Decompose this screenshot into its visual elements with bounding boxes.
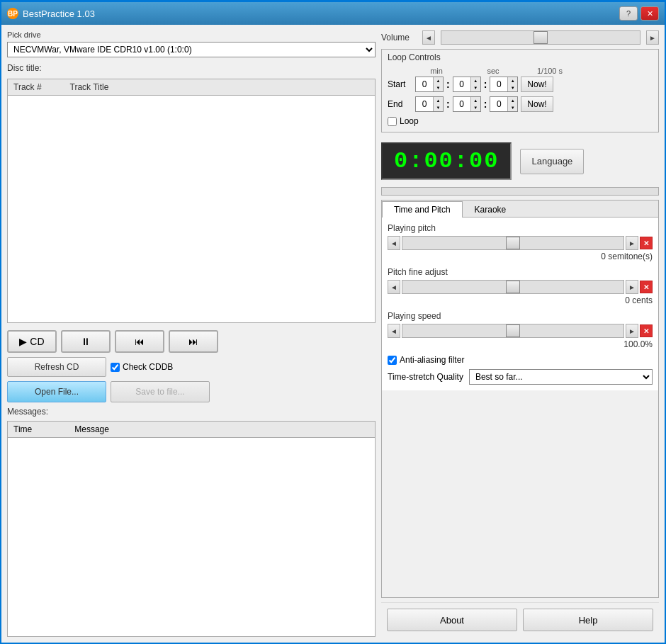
right-panel: Volume ◄ ► Loop Controls min sec 1/100 s bbox=[381, 30, 659, 637]
end-min-input[interactable] bbox=[416, 97, 433, 111]
speed-reset-button[interactable]: ✕ bbox=[640, 324, 653, 337]
messages-time-header: Time bbox=[13, 424, 32, 434]
language-button[interactable]: Language bbox=[520, 149, 584, 174]
end-sec-down[interactable]: ▼ bbox=[470, 104, 480, 111]
tab-time-pitch[interactable]: Time and Pitch bbox=[382, 201, 463, 218]
end-hundredths-up[interactable]: ▲ bbox=[507, 97, 517, 104]
end-min-down[interactable]: ▼ bbox=[433, 104, 443, 111]
tab-karaoke[interactable]: Karaoke bbox=[463, 201, 519, 218]
volume-right-arrow[interactable]: ► bbox=[646, 30, 659, 45]
pitch-slider[interactable] bbox=[402, 236, 624, 250]
transport-controls: ▶ CD ⏸ ⏮ ⏭ bbox=[7, 330, 376, 353]
start-now-button[interactable]: Now! bbox=[521, 77, 553, 92]
anti-aliasing-checkbox[interactable] bbox=[388, 356, 397, 365]
file-controls-row: Open File... Save to file... bbox=[7, 381, 376, 402]
start-min-arrows: ▲ ▼ bbox=[433, 77, 443, 91]
pick-drive-label: Pick drive bbox=[7, 30, 376, 39]
pitch-fine-right-arrow[interactable]: ► bbox=[626, 280, 638, 294]
pitch-fine-slider-row: ◄ ► ✕ bbox=[388, 280, 653, 294]
start-hundredths-down[interactable]: ▼ bbox=[507, 84, 517, 91]
volume-thumb[interactable] bbox=[534, 31, 548, 44]
anti-aliasing-label: Anti-aliasing filter bbox=[400, 355, 464, 365]
end-sec-input[interactable] bbox=[453, 97, 470, 111]
stretch-quality-row: Time-stretch Quality Best so far... Good… bbox=[388, 369, 653, 385]
track-table-body[interactable] bbox=[8, 96, 375, 322]
end-hundredths-down[interactable]: ▼ bbox=[507, 104, 517, 111]
stretch-quality-select[interactable]: Best so far... Good Better Best bbox=[469, 369, 653, 385]
window-body: Pick drive NECVMWar, VMware IDE CDR10 v1… bbox=[1, 25, 665, 643]
start-min-spinner[interactable]: ▲ ▼ bbox=[415, 77, 444, 92]
start-sec-down[interactable]: ▼ bbox=[470, 84, 480, 91]
pitch-left-arrow[interactable]: ◄ bbox=[388, 236, 400, 250]
pick-drive-group: Pick drive NECVMWar, VMware IDE CDR10 v1… bbox=[7, 30, 376, 57]
pitch-reset-button[interactable]: ✕ bbox=[640, 237, 653, 249]
start-hundredths-spinner[interactable]: ▲ ▼ bbox=[490, 77, 518, 92]
loop-checkbox[interactable] bbox=[388, 117, 397, 126]
messages-table-body[interactable] bbox=[8, 438, 375, 502]
about-button[interactable]: About bbox=[387, 609, 517, 631]
end-sec-up[interactable]: ▲ bbox=[470, 97, 480, 104]
refresh-cd-button[interactable]: Refresh CD bbox=[7, 357, 106, 377]
pitch-fine-reset-button[interactable]: ✕ bbox=[640, 281, 653, 293]
pitch-fine-label: Pitch fine adjust bbox=[388, 267, 653, 277]
start-sec-input[interactable] bbox=[453, 77, 470, 91]
sec-header: sec bbox=[472, 67, 514, 75]
progress-bar[interactable] bbox=[381, 187, 659, 196]
cd-controls-row: Refresh CD Check CDDB bbox=[7, 357, 376, 377]
prev-button[interactable]: ⏮ bbox=[115, 330, 164, 353]
end-sec-spinner[interactable]: ▲ ▼ bbox=[453, 96, 481, 112]
start-min-up[interactable]: ▲ bbox=[433, 77, 443, 84]
end-min-up[interactable]: ▲ bbox=[433, 97, 443, 104]
start-min-down[interactable]: ▼ bbox=[433, 84, 443, 91]
title-bar-left: BP BestPractice 1.03 bbox=[7, 8, 95, 19]
end-hundredths-spinner[interactable]: ▲ ▼ bbox=[490, 96, 518, 112]
messages-table-header: Time Message bbox=[8, 422, 375, 438]
pitch-value: 0 semitone(s) bbox=[388, 252, 653, 261]
pitch-fine-left-arrow[interactable]: ◄ bbox=[388, 280, 400, 294]
playing-pitch-label: Playing pitch bbox=[388, 223, 653, 233]
start-row: Start ▲ ▼ : ▲ ▼ bbox=[388, 77, 653, 92]
next-button[interactable]: ⏭ bbox=[169, 330, 218, 353]
start-sec-spinner[interactable]: ▲ ▼ bbox=[453, 77, 481, 92]
start-hundredths-up[interactable]: ▲ bbox=[507, 77, 517, 84]
speed-left-arrow[interactable]: ◄ bbox=[388, 324, 400, 338]
end-sec-arrows: ▲ ▼ bbox=[470, 97, 480, 111]
pitch-slider-row: ◄ ► ✕ bbox=[388, 236, 653, 250]
speed-thumb[interactable] bbox=[506, 324, 520, 337]
start-min-input[interactable] bbox=[416, 77, 433, 91]
save-to-file-button[interactable]: Save to file... bbox=[111, 381, 210, 402]
end-now-button[interactable]: Now! bbox=[521, 96, 553, 112]
speed-slider[interactable] bbox=[402, 324, 624, 338]
timer-display: 0:00:00 bbox=[381, 142, 512, 180]
check-cddb-checkbox[interactable] bbox=[111, 363, 120, 372]
start-colon1: : bbox=[446, 79, 450, 90]
help-title-button[interactable]: ? bbox=[619, 6, 638, 21]
start-colon2: : bbox=[484, 79, 487, 90]
play-cd-button[interactable]: ▶ CD bbox=[7, 330, 57, 353]
app-icon: BP bbox=[7, 8, 18, 19]
start-sec-up[interactable]: ▲ bbox=[470, 77, 480, 84]
loop-controls-title: Loop Controls bbox=[388, 52, 653, 62]
check-cddb-row: Check CDDB bbox=[111, 362, 173, 372]
pitch-right-arrow[interactable]: ► bbox=[626, 236, 638, 250]
drive-select[interactable]: NECVMWar, VMware IDE CDR10 v1.00 (1:0:0) bbox=[7, 42, 376, 57]
end-min-spinner[interactable]: ▲ ▼ bbox=[415, 96, 444, 112]
window-title: BestPractice 1.03 bbox=[23, 9, 95, 19]
pitch-fine-slider[interactable] bbox=[402, 280, 624, 294]
pause-button[interactable]: ⏸ bbox=[61, 330, 111, 353]
volume-left-arrow[interactable]: ◄ bbox=[422, 30, 435, 45]
pitch-fine-thumb[interactable] bbox=[506, 281, 520, 293]
help-button[interactable]: Help bbox=[523, 609, 653, 631]
timer-row: 0:00:00 Language bbox=[381, 142, 659, 180]
end-hundredths-input[interactable] bbox=[490, 97, 507, 111]
volume-slider[interactable] bbox=[441, 30, 640, 45]
start-hundredths-input[interactable] bbox=[490, 77, 507, 91]
speed-right-arrow[interactable]: ► bbox=[626, 324, 638, 338]
close-title-button[interactable]: ✕ bbox=[640, 6, 659, 21]
open-file-button[interactable]: Open File... bbox=[7, 381, 106, 402]
left-panel: Pick drive NECVMWar, VMware IDE CDR10 v1… bbox=[7, 30, 376, 637]
pitch-thumb[interactable] bbox=[506, 237, 520, 249]
end-row: End ▲ ▼ : ▲ ▼ bbox=[388, 96, 653, 112]
check-cddb-label: Check CDDB bbox=[123, 362, 173, 372]
start-sec-arrows: ▲ ▼ bbox=[470, 77, 480, 91]
